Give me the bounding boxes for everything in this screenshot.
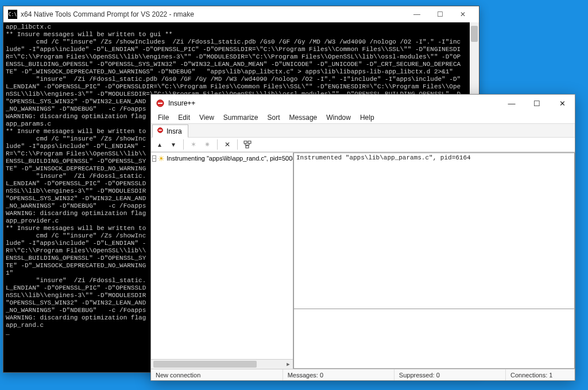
up-arrow-icon[interactable]: ▴: [154, 139, 165, 150]
toolbar-separator: [237, 139, 238, 150]
maximize-button[interactable]: ☐: [428, 6, 451, 22]
insure-titlebar[interactable]: Insure++ — ☐ ✕: [151, 95, 575, 112]
cmd-icon: C:\: [8, 10, 17, 19]
svg-rect-6: [246, 146, 249, 148]
status-messages-label: Messages:: [288, 372, 318, 379]
status-messages: Messages: 0: [283, 369, 394, 380]
insure-tree[interactable]: − ☀ Instrumenting "apps\lib\app_rand.c",…: [151, 153, 293, 359]
cmd-window-controls: — ☐ ✕: [405, 6, 474, 22]
status-suppressed-value: 0: [436, 372, 440, 379]
insure-title: Insure++: [168, 99, 499, 107]
status-connections-label: Connections:: [510, 372, 547, 379]
insure-tab-label: Insra: [167, 127, 182, 135]
menu-edit[interactable]: Edit: [173, 112, 195, 123]
cmd-title: x64 Native Tools Command Prompt for VS 2…: [21, 10, 405, 18]
sun-icon: ☀: [158, 154, 165, 163]
toolbar-separator: [183, 139, 184, 150]
svg-rect-4: [244, 141, 247, 143]
down-arrow-icon[interactable]: ▾: [168, 139, 179, 150]
svg-rect-1: [158, 103, 163, 104]
tree-view-icon[interactable]: [242, 139, 253, 150]
toolbar-separator: [217, 139, 218, 150]
bug2-icon[interactable]: ✷: [202, 139, 212, 150]
status-connections: Connections: 1: [506, 369, 575, 380]
menu-view[interactable]: View: [195, 112, 219, 123]
close-button[interactable]: ✕: [550, 95, 575, 112]
tree-item-label: Instrumenting "apps\lib\app_rand.c", pid…: [167, 155, 293, 162]
menu-help[interactable]: Help: [355, 112, 379, 123]
tree-row[interactable]: − ☀ Instrumenting "apps\lib\app_rand.c",…: [152, 154, 292, 163]
bug-icon[interactable]: ✶: [188, 139, 199, 150]
scroll-thumb[interactable]: [153, 361, 257, 368]
minimize-button[interactable]: —: [405, 6, 428, 22]
maximize-button[interactable]: ☐: [524, 95, 550, 112]
detail-text: Instrumented "apps\lib\app_params.c", pi…: [296, 154, 471, 161]
cmd-scrollbar-thumb[interactable]: [471, 26, 478, 42]
menu-file[interactable]: File: [153, 112, 173, 123]
insure-tab-icon: [156, 126, 164, 136]
insure-bottom-pane[interactable]: [293, 309, 575, 369]
insure-statusbar: New connection Messages: 0 Suppressed: 0…: [151, 369, 575, 380]
insure-tab-insra[interactable]: Insra: [152, 124, 188, 138]
minimize-button[interactable]: —: [499, 95, 524, 112]
insure-window: Insure++ — ☐ ✕ FileEditViewSummarizeSort…: [150, 94, 575, 381]
insure-app-icon: [156, 99, 165, 108]
status-connection: New connection: [151, 369, 283, 380]
status-messages-value: 0: [320, 372, 323, 379]
status-suppressed: Suppressed: 0: [394, 369, 506, 380]
menu-window[interactable]: Window: [322, 112, 355, 123]
close-button[interactable]: ✕: [451, 6, 474, 22]
insure-window-controls: — ☐ ✕: [499, 95, 575, 112]
menu-message[interactable]: Message: [285, 112, 322, 123]
menu-sort[interactable]: Sort: [263, 112, 285, 123]
insure-menubar: FileEditViewSummarizeSortMessageWindowHe…: [151, 112, 575, 123]
insure-detail-pane[interactable]: Instrumented "apps\lib\app_params.c", pi…: [293, 153, 575, 309]
insure-toolbar: ▴ ▾ ✶ ✷ ✕: [151, 137, 575, 152]
tree-horizontal-scrollbar[interactable]: ◄ ►: [151, 359, 293, 369]
svg-rect-5: [248, 141, 251, 143]
status-connections-value: 1: [549, 372, 552, 379]
insure-tree-pane[interactable]: − ☀ Instrumenting "apps\lib\app_rand.c",…: [151, 153, 293, 369]
cmd-titlebar[interactable]: C:\ x64 Native Tools Command Prompt for …: [3, 6, 479, 22]
menu-summarize[interactable]: Summarize: [219, 112, 263, 123]
delete-icon[interactable]: ✕: [222, 139, 233, 150]
insure-panes: − ☀ Instrumenting "apps\lib\app_rand.c",…: [151, 152, 575, 369]
status-suppressed-label: Suppressed:: [399, 372, 435, 379]
tree-collapse-icon[interactable]: −: [152, 155, 156, 162]
insure-right-pane: Instrumented "apps\lib\app_params.c", pi…: [293, 153, 575, 369]
svg-rect-3: [158, 130, 161, 131]
insure-tab-row: Insra: [151, 123, 575, 137]
scroll-right-arrow-icon[interactable]: ►: [284, 360, 293, 369]
